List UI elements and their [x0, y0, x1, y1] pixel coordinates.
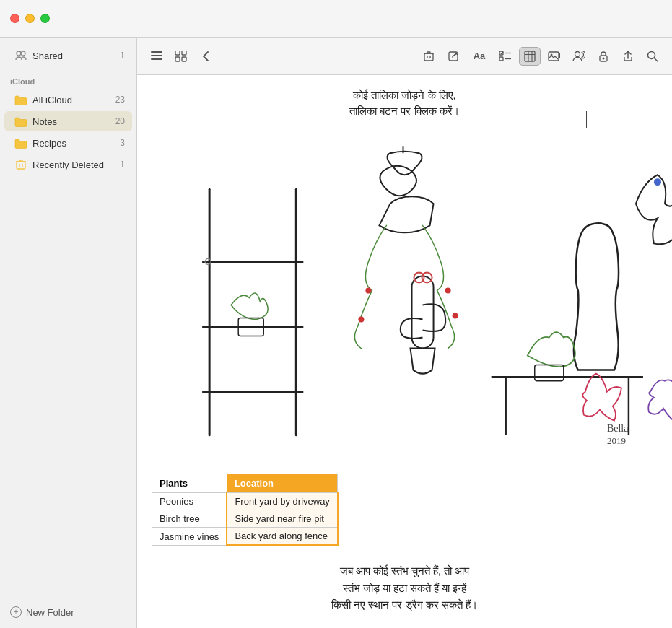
minimize-button[interactable] [25, 14, 35, 23]
recipes-count: 3 [120, 138, 125, 148]
svg-rect-5 [151, 58, 162, 60]
table-button[interactable] [519, 47, 541, 66]
table-row: Birch tree Side yard near fire pit [152, 510, 338, 528]
sidebar-item-recently-deleted[interactable]: Recently Deleted 1 [4, 154, 132, 175]
all-icloud-count: 23 [115, 95, 125, 105]
recipes-label: Recipes [32, 138, 117, 149]
location-cell: Side yard near fire pit [227, 510, 338, 528]
annotation-bottom: जब आप कोई स्तंभ चुनते हैं, तो आपस्तंभ जो… [137, 553, 672, 628]
location-cell: Back yard along fence [227, 528, 338, 546]
svg-rect-6 [175, 51, 180, 55]
table-row: Peonies Front yard by driveway [152, 493, 338, 510]
svg-rect-12 [499, 57, 503, 61]
recently-deleted-count: 1 [120, 160, 125, 170]
svg-rect-7 [182, 51, 186, 55]
list-view-button[interactable] [146, 47, 167, 66]
title-bar [0, 0, 672, 38]
checklist-button[interactable] [494, 47, 516, 66]
delete-button[interactable] [418, 47, 440, 66]
new-folder-label: New Folder [26, 607, 74, 618]
svg-point-33 [358, 316, 364, 322]
trash-icon [14, 158, 27, 171]
note-table: Plants Location Peonies Front yard by dr… [152, 474, 339, 546]
notes-label: Notes [32, 116, 113, 127]
svg-point-36 [654, 178, 661, 186]
svg-point-34 [445, 287, 451, 293]
all-icloud-label: All iCloud [32, 95, 113, 105]
drawing-area: Bella 2019 [137, 128, 672, 467]
sidebar-item-notes[interactable]: Notes 20 [4, 111, 132, 131]
folder-icon-all [14, 93, 27, 106]
grid-view-button[interactable] [170, 47, 192, 66]
app-container: Shared 1 iCloud All iCloud 23 Notes 20 R… [0, 38, 672, 628]
annotation-bottom-text: जब आप कोई स्तंभ चुनते हैं, तो आपस्तंभ जो… [331, 565, 477, 610]
toolbar: Aa [137, 38, 672, 75]
svg-rect-10 [424, 53, 433, 61]
svg-rect-2 [17, 162, 25, 169]
notes-count: 20 [115, 116, 125, 126]
new-folder-button[interactable]: + New Folder [0, 602, 136, 622]
svg-point-1 [21, 51, 25, 56]
media-button[interactable] [544, 47, 565, 66]
text-format-button[interactable]: Aa [467, 47, 492, 66]
plants-header: Plants [152, 474, 227, 493]
content-area: Bella 2019 Plants Location [137, 128, 672, 629]
maximize-button[interactable] [40, 14, 50, 23]
right-panel: Aa कोई ताल [137, 38, 672, 628]
sidebar-item-all-icloud[interactable]: All iCloud 23 [4, 90, 132, 110]
shared-label: Shared [32, 51, 117, 61]
shared-count: 1 [120, 51, 125, 61]
svg-point-35 [453, 313, 458, 318]
annotation-top: कोई तालिका जोड़ने के लिए,तालिका बटन पर क… [137, 75, 672, 128]
svg-rect-41 [412, 276, 434, 348]
close-button[interactable] [10, 14, 19, 23]
svg-text:2019: 2019 [607, 435, 626, 445]
sidebar: Shared 1 iCloud All iCloud 23 Notes 20 R… [0, 38, 137, 628]
annotation-top-text: कोई तालिका जोड़ने के लिए,तालिका बटन पर क… [349, 90, 459, 117]
svg-rect-15 [525, 51, 535, 61]
svg-text:Bella: Bella [607, 422, 629, 433]
plant-cell: Jasmine vines [152, 528, 227, 546]
svg-point-22 [575, 51, 580, 56]
sidebar-item-shared[interactable]: Shared 1 [4, 45, 132, 66]
plant-cell: Peonies [152, 493, 227, 510]
location-cell: Front yard by driveway [227, 493, 338, 510]
icloud-section-title: iCloud [0, 71, 136, 89]
share-button[interactable] [617, 47, 639, 66]
svg-point-0 [17, 51, 21, 56]
plus-circle-icon: + [10, 606, 22, 618]
plant-cell: Birch tree [152, 510, 227, 528]
svg-rect-9 [182, 57, 186, 61]
collaborate-button[interactable] [568, 47, 590, 66]
svg-point-24 [603, 57, 605, 59]
search-button[interactable] [642, 47, 663, 66]
folder-icon-recipes [14, 136, 27, 149]
svg-point-32 [365, 287, 371, 293]
new-note-button[interactable] [442, 47, 464, 66]
svg-rect-4 [151, 55, 162, 56]
recently-deleted-label: Recently Deleted [32, 160, 117, 170]
back-button[interactable] [195, 47, 217, 66]
location-header: Location [227, 474, 338, 493]
table-row: Jasmine vines Back yard along fence [152, 528, 338, 546]
svg-line-26 [655, 58, 658, 61]
svg-rect-3 [151, 51, 162, 53]
svg-rect-20 [549, 52, 559, 61]
table-section: Plants Location Peonies Front yard by dr… [137, 466, 672, 553]
lock-button[interactable] [593, 47, 614, 66]
shared-icon [14, 49, 27, 62]
svg-rect-8 [175, 57, 180, 61]
window-controls[interactable] [0, 14, 50, 23]
folder-icon-notes [14, 115, 27, 128]
sidebar-item-recipes[interactable]: Recipes 3 [4, 133, 132, 153]
